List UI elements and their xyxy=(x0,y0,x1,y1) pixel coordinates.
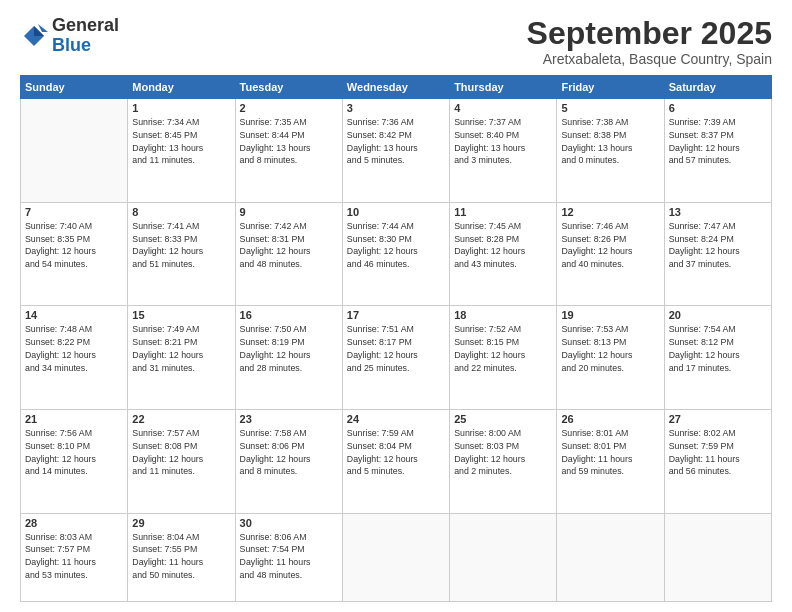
calendar-cell: 6Sunrise: 7:39 AM Sunset: 8:37 PM Daylig… xyxy=(664,99,771,203)
calendar-cell: 3Sunrise: 7:36 AM Sunset: 8:42 PM Daylig… xyxy=(342,99,449,203)
day-number: 6 xyxy=(669,102,767,114)
calendar-cell: 28Sunrise: 8:03 AM Sunset: 7:57 PM Dayli… xyxy=(21,513,128,601)
day-number: 18 xyxy=(454,309,552,321)
logo-text: General Blue xyxy=(52,16,119,56)
header: General Blue September 2025 Aretxabaleta… xyxy=(20,16,772,67)
day-info: Sunrise: 7:57 AM Sunset: 8:08 PM Dayligh… xyxy=(132,427,230,478)
day-number: 4 xyxy=(454,102,552,114)
day-info: Sunrise: 7:51 AM Sunset: 8:17 PM Dayligh… xyxy=(347,323,445,374)
header-monday: Monday xyxy=(128,76,235,99)
header-thursday: Thursday xyxy=(450,76,557,99)
calendar-cell: 24Sunrise: 7:59 AM Sunset: 8:04 PM Dayli… xyxy=(342,410,449,514)
calendar-cell: 11Sunrise: 7:45 AM Sunset: 8:28 PM Dayli… xyxy=(450,202,557,306)
calendar-table: Sunday Monday Tuesday Wednesday Thursday… xyxy=(20,75,772,602)
day-info: Sunrise: 8:04 AM Sunset: 7:55 PM Dayligh… xyxy=(132,531,230,582)
calendar-cell xyxy=(21,99,128,203)
calendar-cell xyxy=(664,513,771,601)
svg-marker-2 xyxy=(38,24,48,32)
day-info: Sunrise: 7:40 AM Sunset: 8:35 PM Dayligh… xyxy=(25,220,123,271)
day-info: Sunrise: 7:44 AM Sunset: 8:30 PM Dayligh… xyxy=(347,220,445,271)
day-number: 22 xyxy=(132,413,230,425)
day-number: 29 xyxy=(132,517,230,529)
day-info: Sunrise: 7:54 AM Sunset: 8:12 PM Dayligh… xyxy=(669,323,767,374)
logo-general-text: General xyxy=(52,15,119,35)
day-number: 20 xyxy=(669,309,767,321)
calendar-cell: 27Sunrise: 8:02 AM Sunset: 7:59 PM Dayli… xyxy=(664,410,771,514)
calendar-cell: 7Sunrise: 7:40 AM Sunset: 8:35 PM Daylig… xyxy=(21,202,128,306)
calendar-cell: 16Sunrise: 7:50 AM Sunset: 8:19 PM Dayli… xyxy=(235,306,342,410)
day-number: 16 xyxy=(240,309,338,321)
calendar-cell: 13Sunrise: 7:47 AM Sunset: 8:24 PM Dayli… xyxy=(664,202,771,306)
day-number: 15 xyxy=(132,309,230,321)
calendar-cell: 26Sunrise: 8:01 AM Sunset: 8:01 PM Dayli… xyxy=(557,410,664,514)
day-info: Sunrise: 7:47 AM Sunset: 8:24 PM Dayligh… xyxy=(669,220,767,271)
month-title: September 2025 xyxy=(527,16,772,51)
day-number: 24 xyxy=(347,413,445,425)
calendar-cell: 10Sunrise: 7:44 AM Sunset: 8:30 PM Dayli… xyxy=(342,202,449,306)
weekday-header-row: Sunday Monday Tuesday Wednesday Thursday… xyxy=(21,76,772,99)
day-info: Sunrise: 7:49 AM Sunset: 8:21 PM Dayligh… xyxy=(132,323,230,374)
calendar-week-0: 1Sunrise: 7:34 AM Sunset: 8:45 PM Daylig… xyxy=(21,99,772,203)
calendar-cell: 12Sunrise: 7:46 AM Sunset: 8:26 PM Dayli… xyxy=(557,202,664,306)
calendar-cell xyxy=(557,513,664,601)
calendar-cell: 25Sunrise: 8:00 AM Sunset: 8:03 PM Dayli… xyxy=(450,410,557,514)
day-info: Sunrise: 8:03 AM Sunset: 7:57 PM Dayligh… xyxy=(25,531,123,582)
day-number: 2 xyxy=(240,102,338,114)
header-tuesday: Tuesday xyxy=(235,76,342,99)
header-friday: Friday xyxy=(557,76,664,99)
day-number: 10 xyxy=(347,206,445,218)
calendar-cell: 18Sunrise: 7:52 AM Sunset: 8:15 PM Dayli… xyxy=(450,306,557,410)
day-info: Sunrise: 8:06 AM Sunset: 7:54 PM Dayligh… xyxy=(240,531,338,582)
calendar-cell: 4Sunrise: 7:37 AM Sunset: 8:40 PM Daylig… xyxy=(450,99,557,203)
calendar-cell: 29Sunrise: 8:04 AM Sunset: 7:55 PM Dayli… xyxy=(128,513,235,601)
calendar-cell xyxy=(450,513,557,601)
day-number: 19 xyxy=(561,309,659,321)
title-block: September 2025 Aretxabaleta, Basque Coun… xyxy=(527,16,772,67)
calendar-cell: 22Sunrise: 7:57 AM Sunset: 8:08 PM Dayli… xyxy=(128,410,235,514)
day-info: Sunrise: 7:46 AM Sunset: 8:26 PM Dayligh… xyxy=(561,220,659,271)
day-number: 11 xyxy=(454,206,552,218)
day-info: Sunrise: 7:41 AM Sunset: 8:33 PM Dayligh… xyxy=(132,220,230,271)
day-info: Sunrise: 8:01 AM Sunset: 8:01 PM Dayligh… xyxy=(561,427,659,478)
day-number: 9 xyxy=(240,206,338,218)
logo-blue-text: Blue xyxy=(52,35,91,55)
calendar-cell: 23Sunrise: 7:58 AM Sunset: 8:06 PM Dayli… xyxy=(235,410,342,514)
day-info: Sunrise: 7:48 AM Sunset: 8:22 PM Dayligh… xyxy=(25,323,123,374)
day-number: 21 xyxy=(25,413,123,425)
day-info: Sunrise: 7:59 AM Sunset: 8:04 PM Dayligh… xyxy=(347,427,445,478)
calendar-cell: 9Sunrise: 7:42 AM Sunset: 8:31 PM Daylig… xyxy=(235,202,342,306)
calendar-cell: 1Sunrise: 7:34 AM Sunset: 8:45 PM Daylig… xyxy=(128,99,235,203)
calendar-cell: 17Sunrise: 7:51 AM Sunset: 8:17 PM Dayli… xyxy=(342,306,449,410)
logo-icon xyxy=(20,22,48,50)
day-info: Sunrise: 7:52 AM Sunset: 8:15 PM Dayligh… xyxy=(454,323,552,374)
day-info: Sunrise: 7:53 AM Sunset: 8:13 PM Dayligh… xyxy=(561,323,659,374)
day-number: 1 xyxy=(132,102,230,114)
day-number: 13 xyxy=(669,206,767,218)
day-number: 27 xyxy=(669,413,767,425)
day-number: 23 xyxy=(240,413,338,425)
calendar-week-4: 28Sunrise: 8:03 AM Sunset: 7:57 PM Dayli… xyxy=(21,513,772,601)
day-number: 17 xyxy=(347,309,445,321)
calendar-cell: 20Sunrise: 7:54 AM Sunset: 8:12 PM Dayli… xyxy=(664,306,771,410)
day-info: Sunrise: 7:39 AM Sunset: 8:37 PM Dayligh… xyxy=(669,116,767,167)
day-info: Sunrise: 7:36 AM Sunset: 8:42 PM Dayligh… xyxy=(347,116,445,167)
day-info: Sunrise: 7:50 AM Sunset: 8:19 PM Dayligh… xyxy=(240,323,338,374)
calendar-week-2: 14Sunrise: 7:48 AM Sunset: 8:22 PM Dayli… xyxy=(21,306,772,410)
day-number: 7 xyxy=(25,206,123,218)
day-info: Sunrise: 7:38 AM Sunset: 8:38 PM Dayligh… xyxy=(561,116,659,167)
day-number: 25 xyxy=(454,413,552,425)
calendar-cell: 19Sunrise: 7:53 AM Sunset: 8:13 PM Dayli… xyxy=(557,306,664,410)
day-info: Sunrise: 7:56 AM Sunset: 8:10 PM Dayligh… xyxy=(25,427,123,478)
calendar-cell: 8Sunrise: 7:41 AM Sunset: 8:33 PM Daylig… xyxy=(128,202,235,306)
day-info: Sunrise: 8:02 AM Sunset: 7:59 PM Dayligh… xyxy=(669,427,767,478)
page: General Blue September 2025 Aretxabaleta… xyxy=(0,0,792,612)
day-number: 28 xyxy=(25,517,123,529)
day-info: Sunrise: 7:58 AM Sunset: 8:06 PM Dayligh… xyxy=(240,427,338,478)
day-number: 3 xyxy=(347,102,445,114)
day-info: Sunrise: 7:35 AM Sunset: 8:44 PM Dayligh… xyxy=(240,116,338,167)
calendar-cell: 2Sunrise: 7:35 AM Sunset: 8:44 PM Daylig… xyxy=(235,99,342,203)
header-saturday: Saturday xyxy=(664,76,771,99)
location: Aretxabaleta, Basque Country, Spain xyxy=(527,51,772,67)
day-number: 5 xyxy=(561,102,659,114)
calendar-cell: 15Sunrise: 7:49 AM Sunset: 8:21 PM Dayli… xyxy=(128,306,235,410)
